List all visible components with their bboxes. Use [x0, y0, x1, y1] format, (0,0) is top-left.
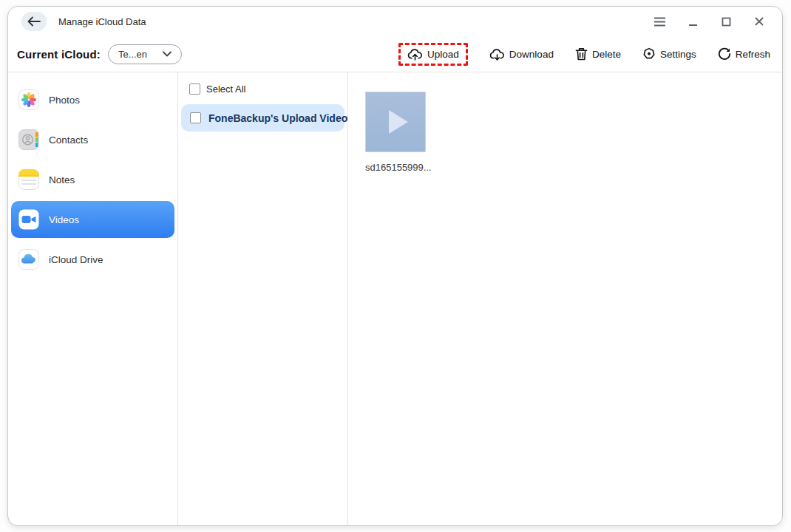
photos-icon — [18, 89, 39, 110]
chevron-down-icon — [163, 51, 172, 57]
upload-highlight-box: Upload — [398, 43, 468, 66]
close-icon[interactable] — [753, 15, 766, 28]
toolbar-actions: Upload Download — [398, 43, 770, 66]
select-all-checkbox[interactable] — [189, 83, 200, 95]
sidebar-item-contacts[interactable]: Contacts — [11, 121, 174, 158]
maximize-icon[interactable] — [719, 15, 733, 28]
select-all-label: Select All — [206, 83, 245, 95]
upload-button[interactable]: Upload — [407, 48, 459, 61]
sidebar-label-photos: Photos — [49, 95, 80, 106]
videos-icon — [18, 209, 39, 230]
refresh-label: Refresh — [736, 49, 770, 60]
account-dropdown[interactable]: Te...en — [108, 44, 182, 64]
sidebar-item-icloud-drive[interactable]: iCloud Drive — [11, 241, 174, 278]
sidebar-label-icloud-drive: iCloud Drive — [49, 254, 103, 265]
sidebar-label-videos: Videos — [49, 214, 79, 225]
sidebar-label-contacts: Contacts — [49, 134, 88, 146]
video-file-item[interactable]: sd165155999... — [365, 92, 427, 173]
album-item-fonebackup-upload-video[interactable]: FoneBackup's Upload Video — [181, 104, 344, 132]
account-dropdown-value: Te...en — [118, 49, 147, 60]
contacts-icon — [18, 129, 39, 150]
upload-label: Upload — [427, 49, 459, 60]
sidebar-label-notes: Notes — [49, 174, 75, 185]
sidebar-item-photos[interactable]: Photos — [11, 81, 174, 118]
page-title: Manage iCloud Data — [58, 16, 146, 27]
notes-icon — [18, 169, 39, 190]
files-panel: sd165155999... — [348, 72, 782, 525]
settings-button[interactable]: Settings — [642, 47, 696, 61]
refresh-icon — [718, 47, 731, 61]
titlebar: Manage iCloud Data — [8, 7, 782, 36]
album-panel: Select All FoneBackup's Upload Video — [178, 72, 348, 525]
download-label: Download — [509, 49, 554, 60]
delete-label: Delete — [592, 49, 621, 60]
hamburger-menu-icon[interactable] — [653, 15, 666, 28]
select-all-row[interactable]: Select All — [178, 83, 347, 95]
settings-label: Settings — [660, 49, 696, 60]
video-thumbnail[interactable] — [365, 92, 426, 152]
cloud-download-icon — [489, 48, 505, 61]
content-area: Photos Contacts — [8, 72, 782, 525]
video-filename: sd165155999... — [365, 162, 427, 173]
sidebar-item-notes[interactable]: Notes — [11, 161, 174, 198]
gear-icon — [642, 47, 656, 61]
delete-button[interactable]: Delete — [575, 47, 621, 61]
album-label: FoneBackup's Upload Video — [208, 112, 347, 124]
icloud-drive-icon — [18, 249, 39, 270]
trash-icon — [575, 47, 588, 61]
app-window: Manage iCloud Data Current iCloud: Te...… — [7, 6, 783, 526]
current-icloud-label: Current iCloud: — [17, 48, 101, 61]
download-button[interactable]: Download — [489, 48, 554, 61]
back-arrow-icon — [27, 16, 41, 27]
minimize-icon[interactable] — [686, 15, 699, 28]
sidebar-item-videos[interactable]: Videos — [11, 201, 174, 238]
toolbar: Current iCloud: Te...en Upload — [8, 36, 782, 72]
window-controls — [653, 15, 769, 28]
play-icon — [389, 110, 408, 134]
back-button[interactable] — [21, 12, 47, 31]
cloud-upload-icon — [407, 48, 423, 61]
album-checkbox[interactable] — [190, 112, 201, 123]
sidebar: Photos Contacts — [8, 72, 178, 525]
refresh-button[interactable]: Refresh — [718, 47, 770, 61]
